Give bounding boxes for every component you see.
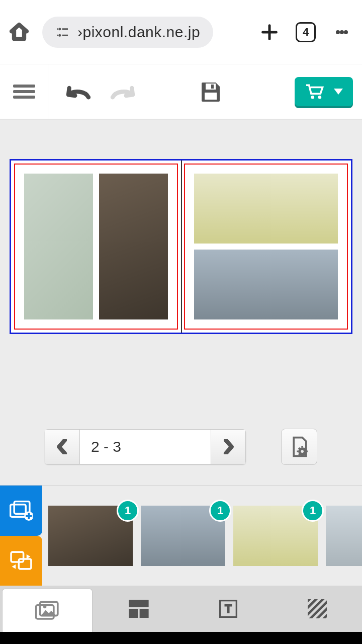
tabs-button[interactable]: 4 bbox=[294, 20, 318, 44]
hamburger-icon bbox=[13, 82, 35, 101]
use-count-badge: 1 bbox=[302, 500, 324, 522]
image-tray: 1 1 1 bbox=[0, 485, 362, 586]
svg-point-6 bbox=[318, 96, 322, 99]
svg-rect-13 bbox=[19, 559, 31, 569]
use-count-badge: 1 bbox=[209, 500, 231, 522]
android-navbar bbox=[0, 632, 362, 644]
page-navigator: 2 - 3 bbox=[45, 429, 246, 464]
url-text: ›pixonl.dank.ne.jp bbox=[77, 24, 200, 41]
svg-rect-9 bbox=[11, 504, 26, 517]
tab-layouts[interactable] bbox=[95, 586, 184, 632]
svg-rect-19 bbox=[140, 609, 149, 618]
photo-slot[interactable] bbox=[24, 174, 93, 319]
caret-down-icon bbox=[334, 88, 343, 95]
browser-home-button[interactable] bbox=[8, 21, 30, 43]
new-tab-button[interactable] bbox=[257, 20, 282, 44]
redo-button[interactable] bbox=[108, 79, 138, 104]
use-count-badge: 1 bbox=[117, 500, 139, 522]
page-right[interactable] bbox=[184, 164, 348, 330]
page-gear-icon bbox=[289, 436, 309, 458]
photo-slot[interactable] bbox=[194, 250, 338, 319]
tab-text[interactable] bbox=[184, 586, 273, 632]
cart-button[interactable] bbox=[295, 77, 353, 106]
add-photo-icon bbox=[10, 501, 33, 521]
photos-icon bbox=[35, 601, 59, 621]
svg-rect-12 bbox=[11, 552, 24, 562]
undo-icon bbox=[63, 79, 94, 102]
plus-icon bbox=[259, 22, 280, 42]
page-left[interactable] bbox=[14, 164, 178, 330]
url-bar[interactable]: ›pixonl.dank.ne.jp bbox=[42, 17, 213, 48]
thumbnail[interactable]: 1 bbox=[141, 506, 225, 566]
svg-point-16 bbox=[43, 605, 46, 608]
svg-rect-2 bbox=[206, 84, 216, 90]
svg-point-0 bbox=[58, 28, 61, 30]
tray-side-buttons bbox=[0, 486, 42, 586]
main-menu-button[interactable] bbox=[0, 64, 48, 119]
svg-rect-4 bbox=[205, 93, 217, 100]
layout-icon bbox=[129, 600, 149, 618]
page-range-label: 2 - 3 bbox=[80, 429, 211, 464]
svg-rect-3 bbox=[211, 85, 214, 89]
svg-rect-17 bbox=[129, 600, 149, 607]
save-icon bbox=[199, 79, 223, 104]
undo-button[interactable] bbox=[63, 79, 94, 104]
text-icon bbox=[219, 600, 237, 618]
chevron-left-icon bbox=[57, 439, 68, 454]
editor-toolbar bbox=[0, 64, 362, 120]
home-icon bbox=[9, 22, 29, 42]
thumbnail[interactable]: 1 bbox=[48, 506, 133, 566]
page-settings-button[interactable] bbox=[281, 429, 317, 465]
tab-background[interactable] bbox=[273, 586, 363, 632]
thumbnail[interactable]: 1 bbox=[233, 506, 318, 566]
kebab-icon bbox=[336, 30, 340, 34]
photo-slot[interactable] bbox=[194, 174, 338, 244]
svg-point-1 bbox=[58, 34, 61, 36]
pager-row: 2 - 3 bbox=[45, 429, 317, 465]
site-settings-icon bbox=[55, 25, 70, 40]
autofill-icon bbox=[10, 550, 33, 571]
cart-icon bbox=[305, 83, 325, 100]
add-photos-button[interactable] bbox=[0, 486, 42, 536]
next-page-button[interactable] bbox=[211, 429, 246, 464]
save-button[interactable] bbox=[199, 79, 234, 104]
tabs-count: 4 bbox=[303, 26, 309, 39]
pattern-icon bbox=[308, 599, 327, 618]
thumbnail[interactable] bbox=[326, 506, 362, 566]
chevron-right-icon bbox=[223, 439, 234, 454]
prev-page-button[interactable] bbox=[45, 429, 80, 464]
tabs-count-box: 4 bbox=[296, 22, 316, 42]
mode-tabs bbox=[0, 586, 362, 632]
tab-photos[interactable] bbox=[2, 589, 93, 632]
svg-point-5 bbox=[311, 96, 314, 99]
svg-rect-22 bbox=[308, 599, 327, 618]
svg-rect-18 bbox=[129, 609, 138, 618]
photo-slot[interactable] bbox=[99, 174, 168, 319]
browser-toolbar: ›pixonl.dank.ne.jp 4 bbox=[0, 0, 362, 64]
browser-menu-button[interactable] bbox=[330, 20, 354, 44]
redo-icon bbox=[108, 79, 138, 102]
page-spread[interactable] bbox=[10, 159, 352, 334]
editor-canvas: 2 - 3 bbox=[0, 120, 362, 485]
thumbnail-strip[interactable]: 1 1 1 bbox=[42, 486, 362, 586]
autofill-button[interactable] bbox=[0, 536, 42, 586]
svg-point-8 bbox=[301, 450, 304, 453]
